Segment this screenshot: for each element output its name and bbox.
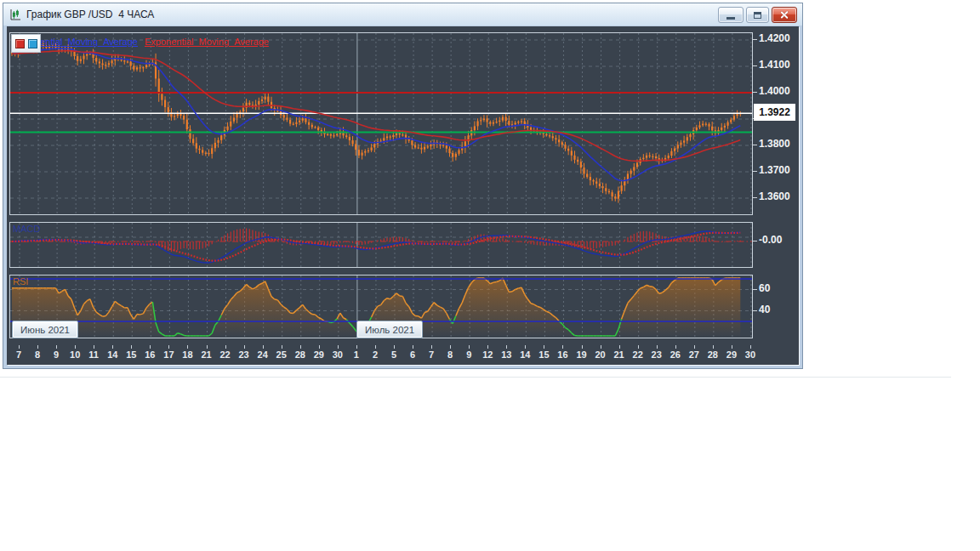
price-panel[interactable]: [9, 32, 753, 215]
maximize-button[interactable]: [746, 7, 769, 23]
time-axis-label: 25: [272, 349, 291, 360]
time-axis-label: 23: [235, 349, 254, 360]
ema-fast-color-chip[interactable]: [28, 39, 37, 48]
time-axis: 7891011141516171821222324252829301256789…: [7, 344, 799, 363]
macd-label: MACD: [13, 224, 40, 234]
time-axis-label: 30: [741, 349, 760, 360]
window-controls: [718, 7, 797, 23]
price-axis-tick: [752, 39, 757, 40]
price-chart-svg: [10, 33, 752, 214]
time-axis-label: 10: [66, 349, 84, 360]
restore-icon: [754, 12, 761, 19]
close-icon: [780, 10, 789, 20]
time-axis-label: 20: [591, 349, 610, 360]
time-axis-label: 28: [704, 349, 722, 360]
macd-axis-label: -0.00: [759, 234, 782, 246]
price-axis-tick: [752, 171, 757, 172]
rsi-axis-label: 40: [759, 304, 770, 315]
time-axis-label: 14: [516, 349, 534, 360]
price-axis-tick: [752, 197, 757, 198]
indicator-legend: Exponential_Moving_Average Exponential_M…: [14, 33, 269, 50]
price-axis-label: 1.3700: [759, 164, 790, 176]
chart-client-area: Exponential_Moving_Average Exponential_M…: [7, 26, 799, 365]
chart-window: График GBP /USD 4 ЧАСА Exponential_Movin…: [3, 3, 803, 369]
time-axis-label: 19: [573, 349, 591, 360]
current-price-label: 1.3922: [754, 104, 795, 121]
macd-axis-tick: [752, 241, 757, 241]
time-axis-label: 15: [122, 349, 140, 360]
price-axis-label: 1.4100: [759, 59, 790, 71]
time-axis-label: 28: [291, 349, 310, 360]
price-axis-tick: [752, 65, 757, 66]
time-axis-label: 2: [366, 349, 385, 360]
grid-horizontal: [10, 40, 752, 198]
price-axis-tick: [752, 145, 757, 145]
time-axis-label: 23: [647, 349, 666, 360]
rsi-axis-label: 60: [759, 282, 770, 294]
time-axis-label: 11: [84, 349, 103, 360]
month-badge-june[interactable]: Июнь 2021: [12, 321, 78, 338]
time-axis-label: 12: [478, 349, 497, 360]
chart-window-icon: [9, 8, 22, 21]
time-axis-label: 5: [385, 349, 403, 360]
rsi-axis-tick: [752, 310, 757, 311]
time-axis-label: 14: [103, 349, 122, 360]
time-axis-label: 22: [216, 349, 235, 360]
close-button[interactable]: [772, 7, 797, 23]
rsi-label: RSI: [13, 276, 28, 287]
month-badge-july[interactable]: Июль 2021: [356, 321, 423, 338]
background-divider: [0, 377, 951, 378]
time-axis-label: 30: [328, 349, 347, 360]
ema-slow-legend[interactable]: Exponential_Moving_Average: [145, 37, 269, 47]
time-axis-label: 21: [197, 349, 216, 360]
price-axis-label: 1.4000: [759, 85, 790, 97]
price-axis-label: 1.4200: [759, 32, 790, 44]
time-axis-label: 8: [28, 349, 47, 360]
titlebar[interactable]: График GBP /USD 4 ЧАСА: [3, 3, 802, 26]
time-axis-label: 29: [310, 349, 328, 360]
window-title: График GBP /USD 4 ЧАСА: [26, 9, 154, 20]
time-axis-label: 7: [9, 349, 28, 360]
time-axis-label: 29: [722, 349, 741, 360]
minimize-button[interactable]: [718, 7, 744, 23]
time-axis-label: 22: [629, 349, 647, 360]
time-axis-label: 17: [159, 349, 178, 360]
time-axis-label: 27: [685, 349, 704, 360]
time-axis-label: 15: [534, 349, 553, 360]
minimize-icon: [726, 17, 735, 20]
time-axis-label: 9: [47, 349, 66, 360]
ema-slow-color-chip[interactable]: [15, 39, 25, 48]
price-axis-label: 1.3800: [759, 138, 790, 150]
time-axis-label: 16: [553, 349, 572, 360]
macd-chart-svg: [10, 223, 752, 267]
price-axis-label: 1.3600: [759, 190, 790, 202]
time-axis-label: 8: [441, 349, 459, 360]
time-axis-label: 26: [666, 349, 685, 360]
desktop: { "window": { "title": "График GBP /USD …: [0, 0, 980, 551]
macd-panel[interactable]: [9, 222, 753, 268]
time-axis-label: 21: [610, 349, 629, 360]
time-axis-label: 7: [422, 349, 441, 360]
time-axis-label: 1: [347, 349, 366, 360]
time-axis-label: 16: [140, 349, 159, 360]
time-axis-label: 6: [403, 349, 422, 360]
rsi-axis-tick: [752, 289, 757, 290]
time-axis-label: 24: [254, 349, 272, 360]
time-axis-label: 13: [497, 349, 516, 360]
time-axis-label: 9: [459, 349, 478, 360]
price-axis-tick: [752, 92, 757, 93]
time-axis-label: 18: [178, 349, 197, 360]
legend-color-chips: [11, 34, 41, 53]
